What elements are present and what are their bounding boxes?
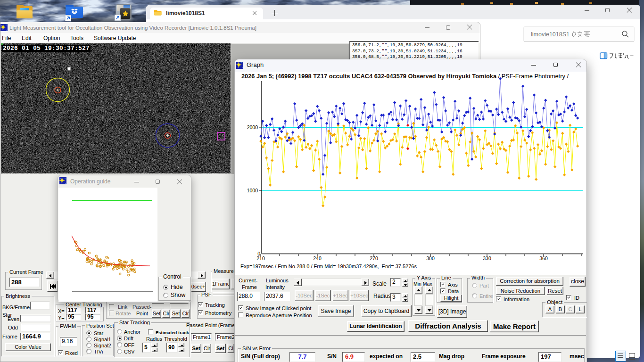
svg-text:1000: 1000 — [247, 188, 258, 193]
svg-text:2000: 2000 — [247, 124, 258, 130]
svg-text:270: 270 — [370, 255, 378, 261]
svg-text:210: 210 — [256, 255, 265, 261]
svg-text:330: 330 — [483, 255, 491, 261]
svg-text:360: 360 — [539, 255, 548, 261]
svg-text:300: 300 — [426, 255, 435, 261]
svg-text:240: 240 — [313, 255, 322, 261]
